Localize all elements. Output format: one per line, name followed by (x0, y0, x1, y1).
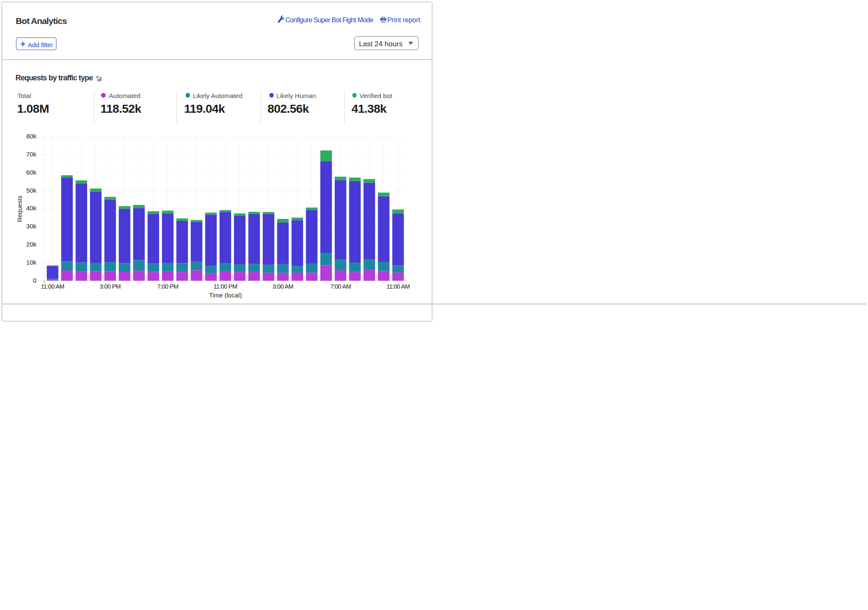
svg-text:60k: 60k (26, 169, 37, 176)
svg-text:7:00 PM: 7:00 PM (157, 283, 178, 290)
svg-text:70k: 70k (26, 151, 37, 158)
svg-text:40k: 40k (26, 204, 37, 212)
svg-text:80k: 80k (26, 133, 37, 140)
svg-text:30k: 30k (26, 223, 37, 230)
svg-text:Requests: Requests (16, 196, 23, 222)
svg-text:3:00 PM: 3:00 PM (100, 283, 121, 290)
svg-text:7:00 AM: 7:00 AM (330, 283, 351, 290)
svg-text:20k: 20k (26, 241, 37, 248)
svg-text:11:00 PM: 11:00 PM (213, 283, 237, 290)
svg-text:Time (local): Time (local) (209, 292, 242, 299)
svg-text:11:00 AM: 11:00 AM (41, 283, 64, 290)
svg-text:0: 0 (33, 277, 36, 284)
svg-text:3:00 AM: 3:00 AM (273, 283, 293, 290)
svg-text:10k: 10k (26, 259, 37, 266)
svg-text:11:00 AM: 11:00 AM (386, 283, 410, 290)
svg-text:50k: 50k (26, 187, 37, 194)
